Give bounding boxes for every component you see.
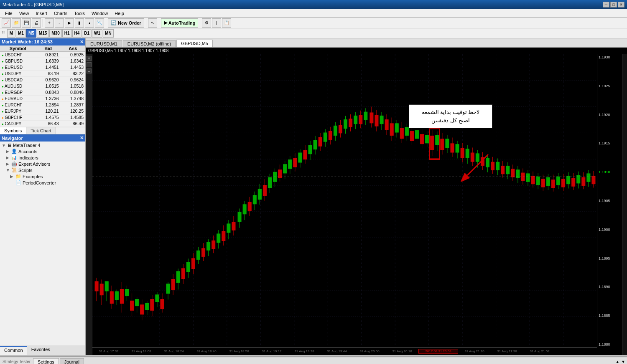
market-watch-row[interactable]: ● GBPCHF 1.4575 1.4585	[0, 114, 85, 121]
print-btn[interactable]: 🖨	[32, 18, 41, 28]
tf-m15-btn[interactable]: M15	[37, 29, 49, 38]
hline-tool[interactable]: ═	[87, 68, 92, 73]
time-highlighted: 2017.08.31 20:58	[418, 349, 458, 354]
chart-tabs: EURUSD,M1 EURUSD,M2 (offline) GBPUSD,M5	[86, 38, 627, 48]
chart-canvas[interactable]: 1.1930 1.1925 1.1920 1.1915 1.1910 1.190…	[92, 54, 622, 355]
navigator-title: Navigator	[2, 136, 23, 141]
zoom-in-btn[interactable]: +	[45, 18, 54, 28]
market-watch-row[interactable]: ● AUDUSD 1.0515 1.0518	[0, 83, 85, 89]
bar-chart-btn[interactable]: ▮	[75, 18, 84, 28]
tf-w1-btn[interactable]: W1	[92, 29, 102, 38]
svg-rect-66	[196, 251, 200, 259]
mw-bid: 1.2894	[36, 102, 60, 108]
tab-favorites[interactable]: Favorites	[27, 346, 54, 355]
chart-main: 1.1930 1.1925 1.1920 1.1915 1.1910 1.190…	[92, 54, 622, 355]
svg-rect-36	[120, 289, 123, 303]
mw-bid: 1.6339	[36, 58, 60, 64]
close-button[interactable]: ✕	[618, 2, 624, 8]
maximize-button[interactable]: □	[610, 2, 617, 8]
scroll-right-btn[interactable]: ▶	[65, 18, 74, 28]
market-watch-row[interactable]: ● EURCHF 1.2894 1.2897	[0, 102, 85, 108]
nav-scripts[interactable]: ▼ 📜 Scripts	[0, 167, 85, 173]
nav-metatrader4[interactable]: ▼ 🖥 MetaTrader 4	[0, 142, 85, 148]
resize-down-icon[interactable]: ▼	[621, 359, 625, 364]
svg-rect-189	[506, 166, 510, 174]
tab-eurusd-m1[interactable]: EURUSD,M1	[86, 40, 122, 47]
svg-rect-221	[587, 174, 590, 181]
chart-scrollbar[interactable]	[622, 54, 627, 355]
menu-charts[interactable]: Charts	[51, 10, 71, 17]
cursor-btn[interactable]: ↖	[148, 18, 157, 28]
left-panel: Market Watch: 16:24:53 ✕ Symbol Bid Ask …	[0, 38, 86, 355]
nav-expert-advisors[interactable]: ▶ 🤖 Expert Advisors	[0, 161, 85, 167]
price-scale: 1.1930 1.1925 1.1920 1.1915 1.1910 1.190…	[597, 54, 622, 347]
zoom-out-btn[interactable]: -	[55, 18, 64, 28]
market-watch-close-icon[interactable]: ✕	[80, 39, 84, 45]
candle-btn[interactable]: ⬧	[85, 18, 94, 28]
tab-common[interactable]: Common	[0, 346, 27, 355]
strategy-tester-tabs: Strategy Tester Settings Journal ▲ ▼	[0, 357, 627, 364]
mw-ask: 1.2897	[61, 102, 85, 108]
nav-examples[interactable]: ▶ 📁 Examples	[0, 173, 85, 179]
crosshair-tool[interactable]: ✛	[87, 56, 92, 61]
tf-h1-btn[interactable]: H1	[62, 29, 72, 38]
tab-gbpusd-m5[interactable]: GBPUSD,M5	[176, 40, 213, 47]
market-watch-row[interactable]: ● USDCHF 0.8921 0.8925	[0, 52, 85, 58]
tf-m30-btn[interactable]: M30	[49, 29, 61, 38]
new-order-button[interactable]: 🔄 New Order	[108, 18, 144, 28]
minimize-button[interactable]: ─	[603, 2, 609, 8]
menu-insert[interactable]: Insert	[32, 10, 51, 17]
red-arrow	[459, 152, 484, 177]
svg-rect-199	[531, 176, 535, 184]
tab-journal[interactable]: Journal	[60, 358, 84, 364]
tab-symbols[interactable]: Symbols	[0, 127, 26, 134]
market-watch-row[interactable]: ● GBPUSD 1.6339 1.6342	[0, 58, 85, 64]
menu-file[interactable]: File	[2, 10, 16, 17]
tab-tick-chart[interactable]: Tick Chart	[26, 127, 56, 134]
new-chart-btn[interactable]: 📈	[2, 18, 11, 28]
nav-period-converter[interactable]: 📄 PeriodConverter	[0, 179, 85, 186]
tab-eurusd-m2[interactable]: EURUSD,M2 (offline)	[123, 40, 176, 47]
tab-settings[interactable]: Settings	[33, 358, 59, 364]
tf-mn-btn[interactable]: MN	[103, 29, 114, 38]
mw-symbol: ● EURAUD	[0, 96, 36, 102]
navigator: Navigator ✕ ▼ 🖥 MetaTrader 4 ▶ 👤 Account…	[0, 134, 85, 346]
svg-rect-46	[145, 303, 149, 310]
chart-config-btn[interactable]: ⚙	[202, 18, 211, 28]
mw-symbol: ● EURUSD	[0, 64, 36, 71]
save-btn[interactable]: 💾	[22, 18, 31, 28]
open-btn[interactable]: 📁	[12, 18, 21, 28]
market-watch-row[interactable]: ● USDJPY 83.19 83.22	[0, 71, 85, 77]
tf-m1-btn[interactable]: M1	[16, 29, 26, 38]
menu-view[interactable]: View	[16, 10, 33, 17]
resize-up-icon[interactable]: ▲	[615, 359, 619, 364]
market-watch-row[interactable]: ● EURJPY 120.21 120.25	[0, 108, 85, 114]
autotrading-button[interactable]: ▶ AutoTrading	[161, 18, 199, 28]
toolbar1: 📈 📁 💾 🖨 + - ▶ ▮ ⬧ 📉 🔄 New Order ↖ ▶ Auto…	[0, 18, 627, 28]
svg-rect-124	[344, 120, 347, 128]
market-watch-row[interactable]: ● USDCAD 0.9620 0.9624	[0, 77, 85, 83]
tf-d1-btn[interactable]: D1	[82, 29, 92, 38]
market-watch-row[interactable]: ● CADJPY 86.43 86.49	[0, 121, 85, 127]
line-tool[interactable]: ─	[87, 62, 92, 67]
mw-ask: 0.8925	[61, 52, 85, 58]
menu-tools[interactable]: Tools	[71, 10, 88, 17]
tf-m5-btn[interactable]: M5	[26, 29, 36, 38]
menu-help[interactable]: Help	[111, 10, 127, 17]
price-1885: 1.1885	[599, 313, 621, 318]
market-watch-row[interactable]: ● EURUSD 1.4451 1.4453	[0, 64, 85, 71]
autotrading-icon: ▶	[164, 20, 167, 25]
market-watch-row[interactable]: ● EURAUD 1.3736 1.3748	[0, 96, 85, 102]
svg-rect-118	[329, 131, 332, 140]
arrow-svg	[459, 152, 492, 182]
menu-window[interactable]: Window	[88, 10, 111, 17]
nav-indicators[interactable]: ▶ 📊 Indicators	[0, 154, 85, 161]
nav-accounts[interactable]: ▶ 👤 Accounts	[0, 148, 85, 154]
tf-h4-btn[interactable]: H4	[72, 29, 82, 38]
period-sep-btn[interactable]: |	[212, 18, 221, 28]
line-btn[interactable]: 📉	[95, 18, 104, 28]
template-btn[interactable]: 📋	[222, 18, 231, 28]
tf-m-btn[interactable]: M	[7, 29, 15, 38]
navigator-close-icon[interactable]: ✕	[80, 135, 84, 141]
market-watch-row[interactable]: ● EURGBP 0.8843 0.8846	[0, 89, 85, 96]
